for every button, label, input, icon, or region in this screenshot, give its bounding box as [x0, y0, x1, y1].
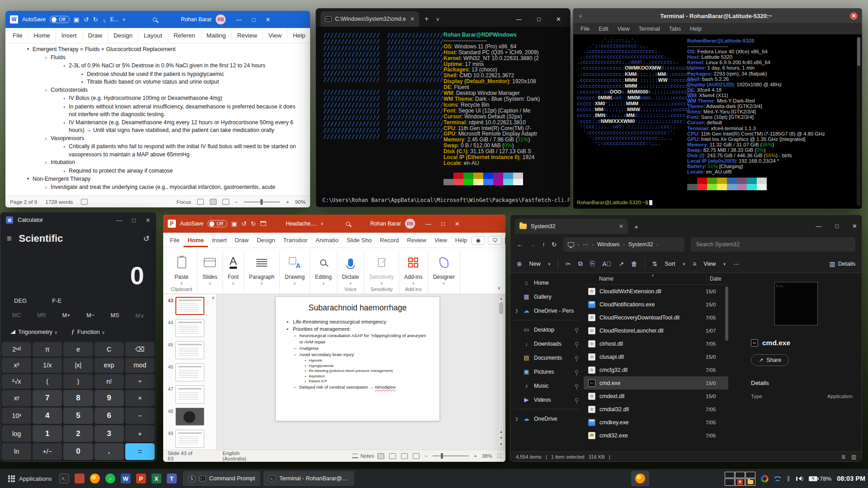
- account-name[interactable]: Rohan Barar: [181, 16, 212, 23]
- calc-key-5[interactable]: 5: [63, 408, 93, 424]
- word-menu-tab-view[interactable]: View: [263, 29, 288, 42]
- terminal-menu-terminal[interactable]: Terminal: [634, 26, 665, 32]
- next-slide-icon[interactable]: ▼: [500, 436, 503, 440]
- sidebar-item-desktop[interactable]: ▭Desktop: [510, 323, 584, 337]
- file-list[interactable]: ∧ Name Date ⚙CloudIdWxhExtension.dll15/0…: [584, 273, 728, 451]
- zoom-out-button[interactable]: −: [425, 453, 428, 459]
- minimize-button[interactable]: —: [816, 223, 821, 230]
- word-launcher-icon[interactable]: W: [119, 472, 132, 485]
- calc-key-)[interactable]: ): [63, 374, 93, 389]
- doc-line[interactable]: ▪2-3L of 0.9% NaCl or 5% Dextrose in 0.9…: [5, 62, 303, 70]
- breadcrumb[interactable]: › ⋯ › Windows › System32 ›: [563, 237, 684, 252]
- file-row-cmdext.dll[interactable]: ⚙cmdext.dll15/0: [584, 389, 728, 403]
- word-menu-tab-design[interactable]: Design: [108, 29, 138, 42]
- avatar[interactable]: RB: [405, 219, 415, 229]
- sidebar-item-videos[interactable]: ▶Videos: [510, 393, 584, 407]
- doc-title-chevron-icon[interactable]: ∨: [321, 221, 324, 226]
- sidebar-item-onedrive-pers[interactable]: ❯☁OneDrive - Pers: [510, 304, 584, 318]
- file-row-cmdial32.dll[interactable]: ⚙cmdial32.dll7/05: [584, 403, 728, 416]
- breadcrumb-system32[interactable]: System32: [628, 241, 653, 248]
- memory-button-M[interactable]: M∨: [135, 312, 144, 319]
- hamburger-menu-icon[interactable]: ≡: [7, 234, 12, 244]
- ppt-tab-home[interactable]: Home: [184, 233, 208, 247]
- slide-body-text[interactable]: •Life-threatening neurosurgical emergenc…: [285, 318, 430, 390]
- ribbon-group-font[interactable]: A Font∨: [223, 251, 244, 294]
- calc-key-ln[interactable]: ln: [2, 443, 31, 460]
- up-button[interactable]: ↑: [542, 241, 545, 248]
- zoom-out-button[interactable]: −: [235, 199, 238, 205]
- word-menu-tab-mailing[interactable]: Mailing: [201, 29, 232, 42]
- calc-key-−[interactable]: −: [125, 408, 155, 424]
- file-row-clrhost.dll[interactable]: ⚙clrhost.dll7/05: [584, 337, 728, 350]
- doc-line[interactable]: ○Fluids: [5, 54, 303, 62]
- rename-icon[interactable]: A⃞: [602, 260, 611, 267]
- ppt-doc-title[interactable]: Headache....: [286, 221, 316, 227]
- file-row-cmcfg32.dll[interactable]: ⚙cmcfg32.dll7/05: [584, 363, 728, 376]
- details-pane-button[interactable]: ▥Details: [830, 260, 855, 267]
- minimize-button[interactable]: —: [236, 16, 242, 23]
- current-slide[interactable]: Subarachnoid haemorrhage •Life-threateni…: [275, 296, 440, 421]
- sidebar-item-downloads[interactable]: ↓Downloads: [510, 337, 584, 351]
- web-layout-icon[interactable]: [222, 199, 229, 205]
- close-button[interactable]: ✕: [850, 12, 858, 20]
- slide-title[interactable]: Subarachnoid haemorrhage: [285, 303, 430, 313]
- cut-icon[interactable]: ✂: [566, 260, 571, 267]
- quick-access-chevron-icon[interactable]: ⌄̲: [102, 17, 106, 22]
- maximize-button[interactable]: □: [441, 221, 445, 227]
- close-button[interactable]: ✕: [556, 16, 561, 23]
- doc-line[interactable]: ○Investigate and treat the underlying ca…: [5, 183, 303, 192]
- breadcrumb-ellipsis[interactable]: ⋯: [583, 241, 588, 248]
- close-button[interactable]: ✕: [146, 217, 151, 224]
- doc-line[interactable]: •Dextrose should be used if the patient …: [5, 70, 303, 79]
- search-input[interactable]: Search System32: [691, 237, 855, 252]
- notes-button[interactable]: Notes: [352, 453, 374, 459]
- close-button[interactable]: ✕: [852, 223, 857, 230]
- print-layout-icon[interactable]: [210, 199, 217, 205]
- terminal-output[interactable]: .',;::::;,'. .';:cccccccccccc:;,. .;cccc…: [573, 34, 862, 209]
- powerpoint-launcher-icon[interactable]: P: [134, 472, 148, 485]
- word-menu-tab-layout[interactable]: Layout: [138, 29, 168, 42]
- terminal-menu-edit[interactable]: Edit: [594, 26, 613, 32]
- doc-line[interactable]: ○Intubation: [5, 159, 303, 167]
- slide-thumbnail-47[interactable]: 47: [166, 385, 216, 404]
- breadcrumb-windows[interactable]: Windows: [597, 241, 620, 248]
- calc-key-+/−[interactable]: +/−: [33, 443, 62, 460]
- list-view-toggle-icon[interactable]: ≣: [841, 454, 846, 460]
- terminal-menu-file[interactable]: File: [576, 26, 594, 32]
- terminal-menu-help[interactable]: Help: [685, 26, 706, 32]
- memory-button-MC[interactable]: MC: [12, 312, 21, 319]
- new-tab-button[interactable]: +: [425, 15, 429, 23]
- angle-unit-button[interactable]: DEG: [14, 297, 27, 304]
- maximize-button[interactable]: □: [835, 223, 839, 230]
- calc-key-mod[interactable]: mod: [125, 358, 155, 372]
- file-row-CloudNotifications.exe[interactable]: CloudNotifications.exe15/0: [584, 298, 728, 311]
- sidebar-item-documents[interactable]: ▤Documents: [510, 351, 584, 365]
- new-button[interactable]: ⊕New∨: [517, 260, 551, 267]
- fit-slide-icon[interactable]: ⛶: [497, 453, 501, 459]
- word-count[interactable]: 1728 words: [45, 199, 73, 205]
- scroll-down-icon[interactable]: ▼: [500, 442, 503, 446]
- minimize-button[interactable]: —: [425, 221, 431, 227]
- doc-line[interactable]: ▪Required to protect the airway if comat…: [5, 167, 303, 176]
- ppt-tab-transitior[interactable]: Transitior: [279, 233, 311, 247]
- undo-icon[interactable]: ↺: [241, 221, 247, 227]
- save-icon[interactable]: ▣: [74, 16, 80, 23]
- ppt-tab-help[interactable]: Help: [451, 233, 472, 247]
- calc-key-×[interactable]: ×: [125, 390, 155, 406]
- copy-icon[interactable]: ⧉: [578, 260, 583, 267]
- function-dropdown[interactable]: ƒFunction∨: [71, 328, 105, 336]
- terminal-menu-view[interactable]: View: [613, 26, 634, 32]
- excel-launcher-icon[interactable]: X: [150, 472, 163, 485]
- minimize-button[interactable]: —: [516, 16, 522, 23]
- previous-slide-icon[interactable]: ▲: [500, 430, 503, 434]
- ribbon-group-dictate[interactable]: Dictate∨Voice: [337, 251, 364, 294]
- ppt-tab-draw[interactable]: Draw: [231, 233, 253, 247]
- calc-key-10ˣ[interactable]: 10ˣ: [2, 408, 31, 424]
- calc-key-3[interactable]: 3: [94, 425, 124, 441]
- calc-key-2[interactable]: 2: [63, 425, 93, 441]
- doc-line[interactable]: ▪IV Bolus (e.g. Hydrocortisone 100mg or …: [5, 94, 303, 103]
- history-icon[interactable]: ↺: [143, 234, 150, 244]
- applications-menu-button[interactable]: Applications: [4, 471, 57, 486]
- ppt-tab-insert[interactable]: Insert: [208, 233, 231, 247]
- spotify-launcher-icon[interactable]: ♪: [104, 472, 117, 485]
